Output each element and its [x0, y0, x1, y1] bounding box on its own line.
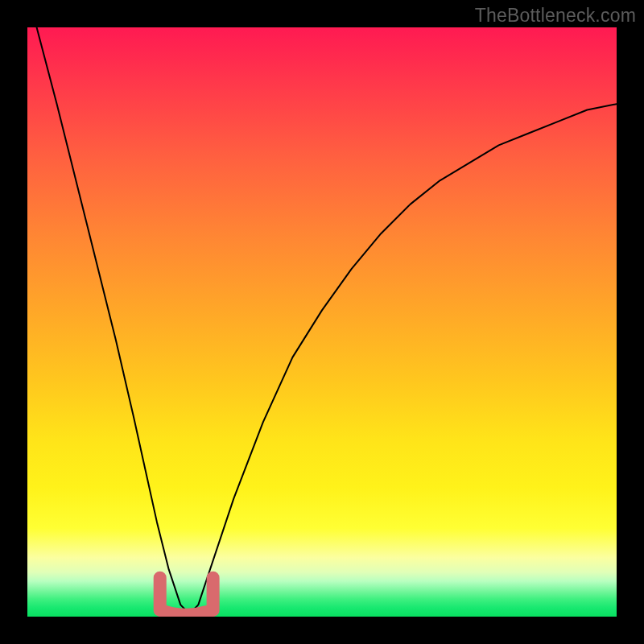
bottleneck-curve [27, 27, 617, 611]
watermark-text: TheBottleneck.com [475, 5, 636, 27]
curve-layer [27, 27, 617, 617]
plot-area [27, 27, 617, 617]
chart-frame: TheBottleneck.com [0, 0, 644, 644]
